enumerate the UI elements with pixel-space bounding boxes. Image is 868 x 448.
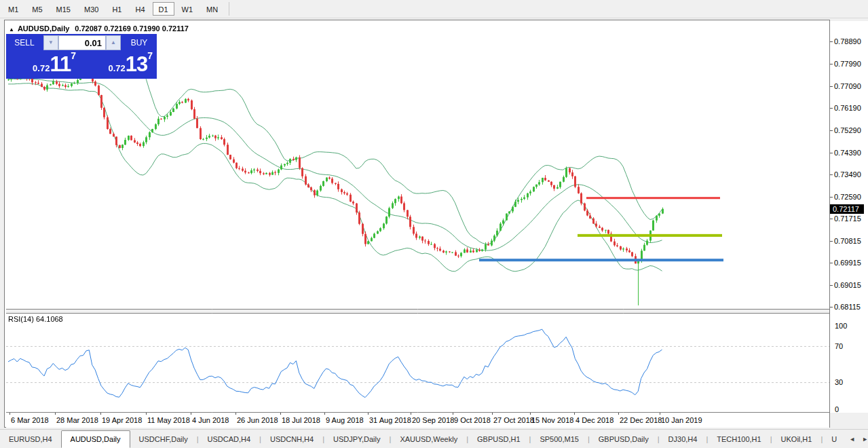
price-axis-label-text: 0.74390: [834, 149, 861, 157]
date-axis-label: 19 Apr 2018: [102, 416, 142, 424]
chart-title: ▲AUDUSD,Daily0.72087 0.72169 0.71990 0.7…: [9, 24, 189, 33]
chart-symbol-label: AUDUSD,Daily: [18, 24, 69, 33]
timeframe-button-h4[interactable]: H4: [129, 2, 151, 16]
price-axis-tick: [830, 241, 833, 242]
price-axis-label: 0.69015: [830, 281, 861, 289]
tab-audusd-daily[interactable]: AUDUSD,Daily: [61, 430, 130, 448]
price-axis-label: 0.75290: [830, 126, 861, 134]
tab-u[interactable]: U: [823, 432, 846, 448]
tab-scroll-right-button[interactable]: ►: [858, 432, 868, 448]
date-axis-tick: [453, 413, 453, 415]
tab-usdcnh-h4[interactable]: USDCNH,H4: [261, 432, 322, 448]
tab-gbpusd-daily[interactable]: GBPUSD,Daily: [590, 432, 658, 448]
price-axis-label: 0.72590: [830, 193, 861, 201]
price-axis-label-text: 0.77990: [834, 60, 861, 68]
price-axis-label: 0.74390: [830, 149, 861, 157]
sell-price-prefix: 0.72: [33, 63, 50, 73]
buy-price-tile[interactable]: 0.72137: [82, 52, 157, 79]
price-axis-label-text: 0.71715: [834, 214, 861, 223]
price-axis-label-text: 0.77090: [834, 82, 861, 90]
price-axis-tick: [830, 285, 833, 286]
tab-eurusd-h4[interactable]: EURUSD,H4: [0, 432, 61, 448]
date-axis-tick: [191, 413, 191, 415]
tab-tech100-h1[interactable]: TECH100,H1: [708, 432, 770, 448]
rsi-value: 64.1068: [36, 315, 63, 323]
price-axis-label: 0.76190: [830, 104, 861, 112]
price-chart-canvas[interactable]: [6, 21, 829, 413]
date-axis-tick: [10, 413, 10, 415]
date-axis-tick: [530, 413, 531, 415]
timeframe-button-w1[interactable]: W1: [176, 2, 200, 16]
price-axis-tick: [830, 307, 833, 307]
tab-ukoil-h1[interactable]: UKOil,H1: [772, 432, 821, 448]
date-axis-label: 20 Sep 2018: [412, 416, 454, 424]
volume-input[interactable]: [58, 35, 106, 50]
timeframe-button-m1[interactable]: M1: [2, 2, 24, 16]
tab-xauusd-weekly[interactable]: XAUUSD,Weekly: [391, 432, 466, 448]
sell-button[interactable]: SELL: [7, 35, 41, 50]
buy-price-pipette: 7: [147, 50, 153, 61]
price-axis-label-text: 0.70815: [834, 237, 861, 245]
price-axis-label-text: 0.68115: [834, 303, 861, 311]
chart-tab-bar: EURUSD,H4AUDUSD,DailyUSDCHF,Daily|USDCAD…: [0, 429, 868, 448]
price-axis-label: 0.70815: [830, 237, 861, 245]
date-axis-tick: [574, 413, 575, 415]
price-axis-label: 0.71715: [830, 214, 861, 223]
date-axis-label: 26 Jun 2018: [237, 416, 278, 424]
timeframe-button-d1[interactable]: D1: [153, 2, 174, 16]
price-axis-tick: [830, 86, 833, 87]
price-axis-label-text: 0.78890: [834, 37, 861, 45]
price-axis-tick: [830, 197, 833, 198]
chart-window-icon: ▲: [9, 26, 14, 33]
tab-dj30-h4[interactable]: DJ30,H4: [660, 432, 706, 448]
tab-usdcad-h4[interactable]: USDCAD,H4: [199, 432, 260, 448]
date-axis-label: 28 Mar 2018: [56, 416, 98, 424]
date-axis-tick: [324, 413, 325, 415]
date-axis-label: 27 Oct 2018: [493, 416, 534, 424]
date-axis-label: 15 Nov 2018: [531, 416, 573, 424]
price-axis-label-text: 0.72590: [834, 193, 861, 201]
date-axis-tick: [492, 413, 493, 415]
buy-price-big: 13: [126, 52, 147, 76]
rsi-axis-label: 0: [835, 405, 839, 413]
price-axis-label-text: 0.76190: [834, 104, 861, 112]
date-axis-tick: [618, 413, 619, 415]
rsi-indicator-label: RSI(14) 64.1068: [8, 315, 63, 323]
tab-scroll-left-button[interactable]: ◄: [846, 432, 858, 448]
date-axis-label: 18 Jul 2018: [282, 416, 320, 424]
tab-usdchf-daily[interactable]: USDCHF,Daily: [130, 432, 197, 448]
date-axis-label: 22 Dec 2018: [620, 416, 662, 424]
date-axis-label: 9 Aug 2018: [326, 416, 364, 424]
sell-price-tile[interactable]: 0.72117: [6, 52, 80, 79]
timeframe-button-m30[interactable]: M30: [78, 2, 105, 16]
one-click-trade-panel: SELL ▼ ▲ BUY 0.72117 0.72137: [6, 34, 157, 79]
date-axis-tick: [280, 413, 281, 415]
price-axis-label-text: 0.75290: [834, 126, 861, 134]
price-axis-label-text: 0.69015: [834, 281, 861, 289]
chart-ohlc-values: 0.72087 0.72169 0.71990 0.72117: [75, 24, 189, 33]
tab-sp500-m15[interactable]: SP500,M15: [531, 432, 587, 448]
timeframe-button-h1[interactable]: H1: [106, 2, 128, 16]
price-axis-tick: [830, 219, 833, 219]
rsi-axis-label: 100: [835, 322, 847, 330]
date-axis: 6 Mar 201828 Mar 201819 Apr 201811 May 2…: [6, 413, 829, 428]
timeframe-button-m5[interactable]: M5: [26, 2, 48, 16]
tab-gbpusd-h1[interactable]: GBPUSD,H1: [468, 432, 529, 448]
buy-price-prefix: 0.72: [108, 63, 125, 73]
tab-usdjpy-daily[interactable]: USDJPY,Daily: [324, 432, 390, 448]
price-axis-tick: [830, 263, 833, 263]
timeframe-button-mn[interactable]: MN: [200, 2, 224, 16]
date-axis-tick: [235, 413, 236, 415]
price-axis-label-text: 0.69915: [834, 259, 861, 267]
date-axis-tick: [411, 413, 411, 415]
price-axis-label-text: 0.73490: [834, 170, 861, 179]
rsi-axis-label: 70: [835, 342, 843, 350]
volume-decrease-button[interactable]: ▼: [43, 35, 58, 50]
buy-button[interactable]: BUY: [123, 35, 155, 50]
sell-price-big: 11: [50, 52, 71, 76]
current-price-tag: 0.72117: [830, 204, 864, 214]
date-axis-label: 11 May 2018: [147, 416, 190, 424]
volume-increase-button[interactable]: ▲: [106, 35, 121, 50]
date-axis-label: 4 Jun 2018: [192, 416, 229, 424]
timeframe-button-m15[interactable]: M15: [50, 2, 77, 16]
